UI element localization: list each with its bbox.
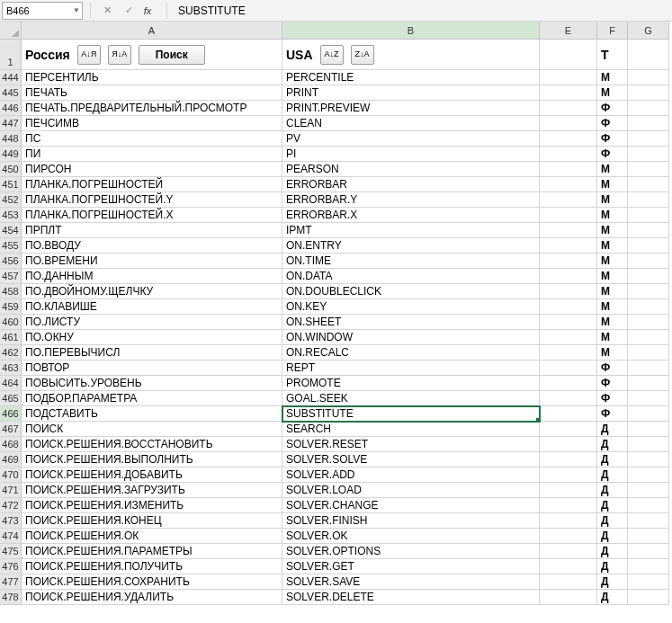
- cell-f[interactable]: М: [597, 284, 628, 299]
- cell-f[interactable]: Ф: [597, 147, 628, 162]
- row-header[interactable]: 475: [0, 544, 22, 559]
- sort-az-button-b[interactable]: A↓Z: [320, 45, 344, 65]
- row-header[interactable]: 473: [0, 513, 22, 529]
- cell-e[interactable]: [540, 467, 597, 483]
- cell-a[interactable]: ПОИСК.РЕШЕНИЯ.ВОССТАНОВИТЬ: [22, 437, 282, 452]
- cell-g[interactable]: [628, 452, 669, 467]
- cell-a[interactable]: ПОИСК.РЕШЕНИЯ.ОК: [22, 529, 282, 544]
- cell-e[interactable]: [540, 269, 597, 284]
- row-header[interactable]: 462: [0, 345, 22, 360]
- cell-g[interactable]: [628, 177, 669, 192]
- cell-b[interactable]: PERCENTILE: [282, 70, 540, 85]
- cell-a[interactable]: ПО.ЛИСТУ: [22, 315, 282, 330]
- sort-za-button-b[interactable]: Z↓A: [351, 45, 374, 65]
- cell-b[interactable]: ON.DOUBLECLICK: [282, 284, 540, 299]
- cell-e[interactable]: [540, 452, 597, 467]
- cell-f[interactable]: Д: [597, 483, 628, 498]
- cell-g[interactable]: [628, 406, 669, 422]
- cell-b[interactable]: ON.RECALC: [282, 345, 540, 360]
- cell-b[interactable]: SOLVER.GET: [282, 559, 540, 574]
- cell-f[interactable]: Д: [597, 590, 628, 605]
- cell-e[interactable]: [540, 162, 597, 177]
- cell-e[interactable]: [540, 70, 597, 85]
- cell-e[interactable]: [540, 147, 597, 162]
- col-header-g[interactable]: G: [628, 22, 669, 40]
- cell-e[interactable]: [540, 223, 597, 238]
- cell-b[interactable]: SOLVER.OK: [282, 529, 540, 544]
- cell-f[interactable]: Д: [597, 467, 628, 483]
- cell-e[interactable]: [540, 192, 597, 208]
- row-header[interactable]: 444: [0, 70, 22, 85]
- cell-g[interactable]: [628, 238, 669, 254]
- row-header[interactable]: 458: [0, 284, 22, 299]
- cell-b[interactable]: PEARSON: [282, 162, 540, 177]
- cell-b[interactable]: SOLVER.ADD: [282, 467, 540, 483]
- cell-a[interactable]: ПИ: [22, 147, 282, 162]
- cell-f[interactable]: Д: [597, 559, 628, 574]
- row-header[interactable]: 455: [0, 238, 22, 254]
- row-header[interactable]: 477: [0, 574, 22, 590]
- row-header[interactable]: 450: [0, 162, 22, 177]
- cell-a[interactable]: ПЛАНКА.ПОГРЕШНОСТЕЙ: [22, 177, 282, 192]
- row-header[interactable]: 461: [0, 330, 22, 345]
- cell-a[interactable]: ПО.ВВОДУ: [22, 238, 282, 254]
- cell-a[interactable]: ПО.ПЕРЕВЫЧИСЛ: [22, 345, 282, 360]
- cell-f[interactable]: М: [597, 70, 628, 85]
- cell-e[interactable]: [540, 315, 597, 330]
- cell-a[interactable]: ПЛАНКА.ПОГРЕШНОСТЕЙ.X: [22, 208, 282, 223]
- cell-g[interactable]: [628, 162, 669, 177]
- cell-a[interactable]: ПОДБОР.ПАРАМЕТРА: [22, 391, 282, 406]
- row-header[interactable]: 453: [0, 208, 22, 223]
- cell-a[interactable]: ПО.ВРЕМЕНИ: [22, 254, 282, 269]
- cell-g[interactable]: [628, 254, 669, 269]
- cell-a[interactable]: ПЕРСЕНТИЛЬ: [22, 70, 282, 85]
- cell-e[interactable]: [540, 422, 597, 437]
- cell-e[interactable]: [540, 483, 597, 498]
- row-header[interactable]: 476: [0, 559, 22, 574]
- cell-g[interactable]: [628, 131, 669, 147]
- cell-f[interactable]: Ф: [597, 116, 628, 131]
- cell-g[interactable]: [628, 513, 669, 529]
- fx-icon[interactable]: fx: [141, 3, 159, 19]
- cell-g[interactable]: [628, 391, 669, 406]
- cancel-icon[interactable]: ✕: [98, 3, 116, 19]
- cell-f[interactable]: Д: [597, 529, 628, 544]
- cell-b[interactable]: SUBSTITUTE: [282, 406, 540, 422]
- search-button[interactable]: Поиск: [139, 45, 205, 65]
- cell-g[interactable]: [628, 315, 669, 330]
- cell-b[interactable]: REPT: [282, 360, 540, 376]
- cell-f[interactable]: Д: [597, 544, 628, 559]
- cell-a[interactable]: ПОДСТАВИТЬ: [22, 406, 282, 422]
- cell-a[interactable]: ПЛАНКА.ПОГРЕШНОСТЕЙ.Y: [22, 192, 282, 208]
- cell-e[interactable]: [540, 513, 597, 529]
- cell-a[interactable]: ПОИСК.РЕШЕНИЯ.ПОЛУЧИТЬ: [22, 559, 282, 574]
- row-header[interactable]: 447: [0, 116, 22, 131]
- cell-e[interactable]: [540, 345, 597, 360]
- spreadsheet-grid[interactable]: A B E F G 1 Россия А↓Я Я↓А Поиск USA A↓Z…: [0, 22, 672, 605]
- cell-a[interactable]: ПОИСК.РЕШЕНИЯ.ВЫПОЛНИТЬ: [22, 452, 282, 467]
- cell-f[interactable]: М: [597, 254, 628, 269]
- cell-a[interactable]: ПОИСК: [22, 422, 282, 437]
- cell-b[interactable]: ON.TIME: [282, 254, 540, 269]
- cell-g[interactable]: [628, 208, 669, 223]
- row-header[interactable]: 467: [0, 422, 22, 437]
- cell-a[interactable]: ПЕЧАТЬ: [22, 85, 282, 101]
- cell-e[interactable]: [540, 437, 597, 452]
- cell-g[interactable]: [628, 544, 669, 559]
- cell-f[interactable]: Ф: [597, 131, 628, 147]
- cell-g[interactable]: [628, 147, 669, 162]
- cell-e[interactable]: [540, 574, 597, 590]
- row-header[interactable]: 451: [0, 177, 22, 192]
- cell-e[interactable]: [540, 299, 597, 315]
- row-header[interactable]: 478: [0, 590, 22, 605]
- row-header[interactable]: 472: [0, 498, 22, 513]
- row-header[interactable]: 460: [0, 315, 22, 330]
- row-header[interactable]: 468: [0, 437, 22, 452]
- cell-f[interactable]: Д: [597, 498, 628, 513]
- cell-e[interactable]: [540, 131, 597, 147]
- cell-e[interactable]: [540, 177, 597, 192]
- cell-b[interactable]: SOLVER.LOAD: [282, 483, 540, 498]
- cell-b[interactable]: ON.KEY: [282, 299, 540, 315]
- cell-a[interactable]: ПОИСК.РЕШЕНИЯ.ЗАГРУЗИТЬ: [22, 483, 282, 498]
- row-header[interactable]: 454: [0, 223, 22, 238]
